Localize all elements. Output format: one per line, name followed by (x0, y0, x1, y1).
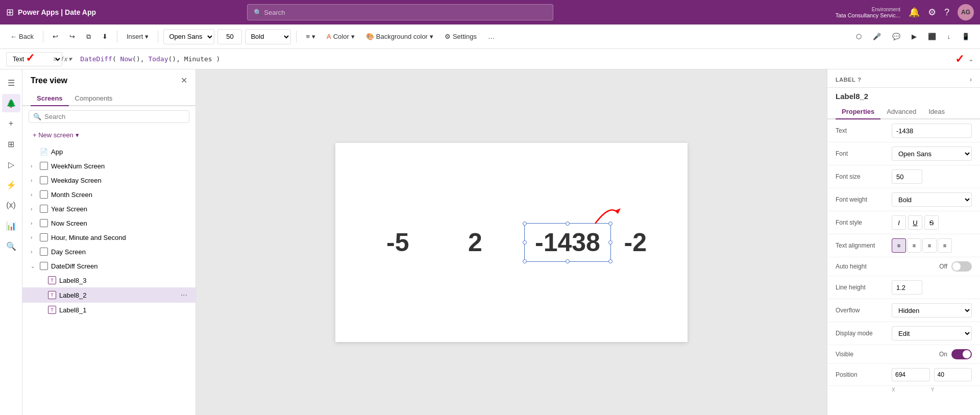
app-grid-icon[interactable]: ⊞ (6, 7, 14, 18)
canvas-value-4: -2 (624, 228, 647, 257)
tree-item-year[interactable]: › Year Screen (22, 202, 195, 216)
tree-item-label8-3[interactable]: T Label8_3 (22, 273, 195, 287)
font-size-input[interactable] (217, 29, 242, 44)
tree-item-hour[interactable]: › Hour, Minute and Second (22, 230, 195, 245)
visible-label: Visible (836, 351, 939, 358)
tree-search-box[interactable]: 🔍 (29, 110, 189, 123)
settings-button[interactable]: ⚙ Settings (440, 31, 481, 42)
formula-expand-icon[interactable]: ⌄ (968, 55, 974, 63)
handle-bm[interactable] (566, 259, 570, 263)
text-input[interactable] (892, 124, 972, 138)
toolbar-right-2[interactable]: 🎤 (869, 31, 885, 42)
sidebar-icon-menu[interactable]: ☰ (2, 74, 20, 92)
avatar[interactable]: AG (958, 4, 974, 20)
new-screen-button[interactable]: + New screen ▾ (29, 129, 83, 141)
tab-properties[interactable]: Properties (836, 105, 880, 119)
tab-screens[interactable]: Screens (31, 91, 69, 106)
sidebar-icon-var[interactable]: (x) (2, 196, 20, 214)
font-weight-select[interactable]: Bold (245, 29, 291, 44)
display-mode-select[interactable]: Edit (892, 326, 972, 340)
settings-icon-top[interactable]: ⚙ (928, 7, 936, 18)
visible-toggle[interactable] (951, 349, 972, 359)
align-left-button[interactable]: ≡ (892, 238, 906, 253)
font-select[interactable]: Open Sans (892, 147, 972, 161)
auto-height-label: Auto height (836, 263, 939, 270)
line-height-input[interactable] (892, 280, 922, 295)
sidebar-icon-insert[interactable]: + (2, 114, 20, 133)
strikethrough-button[interactable]: S (924, 215, 939, 230)
formula-content[interactable]: DateDiff( Now(), Today(), Minutes ) (76, 54, 951, 64)
top-bar-right: Environment Tata Consultancy Servic... 🔔… (836, 4, 974, 20)
label82-more[interactable]: ··· (181, 290, 187, 300)
redo-button[interactable]: ↪ (65, 31, 79, 42)
tree-item-now[interactable]: › Now Screen (22, 216, 195, 230)
underline-button[interactable]: U (908, 215, 922, 230)
font-prop-value: Open Sans (892, 147, 972, 161)
align-right-button[interactable]: ≡ (922, 238, 937, 253)
paste-button[interactable]: ⬇ (98, 31, 112, 42)
font-weight-select-prop[interactable]: Bold (892, 192, 972, 207)
canvas-frame[interactable]: -5 2 -1438 -2 (335, 143, 688, 342)
handle-tr[interactable] (608, 222, 612, 226)
handle-br[interactable] (608, 259, 612, 263)
right-panel-header: LABEL ? › (827, 69, 980, 88)
toolbar-right-1[interactable]: ⬡ (852, 31, 866, 42)
tree-close-button[interactable]: ✕ (181, 76, 187, 85)
tree-item-label8-2[interactable]: T Label8_2 ··· (22, 287, 195, 303)
font-size-input-prop[interactable] (892, 169, 922, 184)
handle-bl[interactable] (523, 259, 527, 263)
tab-components[interactable]: Components (69, 91, 119, 106)
overflow-select[interactable]: Hidden (892, 303, 972, 318)
font-family-select[interactable]: Open Sans (163, 29, 214, 44)
year-icon (40, 205, 48, 213)
right-panel-expand[interactable]: › (970, 76, 972, 83)
toolbar-right-5[interactable]: ⬛ (924, 31, 940, 42)
handle-tm[interactable] (566, 222, 570, 226)
color-chevron: ▾ (351, 33, 355, 40)
tree-item-datediff[interactable]: ⌄ DateDiff Screen (22, 259, 195, 273)
undo-button[interactable]: ↩ (48, 31, 62, 42)
sidebar-icon-connectors[interactable]: ⚡ (2, 176, 20, 194)
align-center-button[interactable]: ≡ (907, 238, 921, 253)
tree-item-label8-1[interactable]: T Label8_1 (22, 303, 195, 317)
tree-item-app[interactable]: 📄 App (22, 145, 195, 159)
tree-item-weekday[interactable]: › Weekday Screen (22, 173, 195, 187)
y-input[interactable] (934, 368, 972, 381)
sidebar-icon-media[interactable]: ▷ (2, 155, 20, 174)
copy-button[interactable]: ⧉ (82, 31, 95, 43)
sidebar-icon-data[interactable]: ⊞ (2, 135, 20, 153)
tab-advanced[interactable]: Advanced (880, 105, 922, 119)
bg-color-button[interactable]: 🎨 Background color ▾ (362, 31, 437, 42)
handle-tl[interactable] (523, 222, 527, 226)
more-button[interactable]: … (484, 31, 499, 42)
auto-height-toggle[interactable] (951, 261, 972, 272)
toolbar-right-3[interactable]: 💬 (888, 31, 904, 42)
sidebar-icon-tree[interactable]: 🌲 (2, 94, 20, 112)
color-button[interactable]: A Color ▾ (323, 31, 359, 42)
search-bar[interactable]: 🔍 (247, 4, 553, 20)
x-input[interactable] (892, 368, 930, 381)
label-help-icon[interactable]: ? (857, 77, 861, 83)
align-justify-button[interactable]: ≡ (938, 238, 952, 253)
align-button[interactable]: ≡▾ (302, 31, 320, 42)
back-button[interactable]: ← Back (6, 31, 38, 42)
insert-button[interactable]: Insert ▾ (122, 31, 153, 42)
handle-ml[interactable] (523, 240, 527, 245)
tree-search-input[interactable] (44, 113, 185, 120)
tree-item-month[interactable]: › Month Screen (22, 187, 195, 202)
handle-mr[interactable] (608, 240, 612, 245)
tab-ideas[interactable]: Ideas (922, 105, 951, 119)
sidebar-icon-analytics[interactable]: 📊 (2, 216, 20, 235)
toolbar-right-7[interactable]: 📱 (958, 31, 974, 42)
component-type-label: LABEL ? (836, 77, 861, 83)
help-icon[interactable]: ? (944, 7, 949, 18)
tree-item-day[interactable]: › Day Screen (22, 245, 195, 259)
notification-icon[interactable]: 🔔 (909, 7, 920, 18)
selected-label[interactable]: -1438 (524, 223, 611, 262)
italic-button[interactable]: I (892, 215, 906, 230)
tree-item-weeknum[interactable]: › WeekNum Screen (22, 159, 195, 173)
sidebar-icon-search[interactable]: 🔍 (2, 237, 20, 255)
search-input[interactable] (264, 9, 547, 16)
toolbar-right-6[interactable]: ↓ (943, 31, 955, 42)
toolbar-right-4[interactable]: ▶ (908, 31, 921, 42)
